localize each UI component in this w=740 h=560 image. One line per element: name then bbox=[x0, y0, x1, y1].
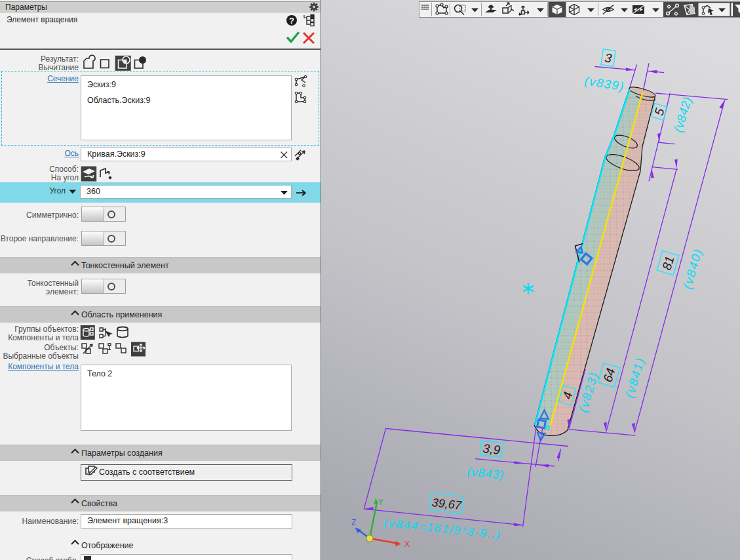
svg-text:Z: Z bbox=[351, 518, 356, 527]
svg-text:3,9: 3,9 bbox=[482, 441, 501, 457]
svg-text:Y: Y bbox=[378, 498, 383, 507]
svg-text:?: ? bbox=[289, 16, 294, 26]
svg-text:X: X bbox=[404, 540, 410, 549]
